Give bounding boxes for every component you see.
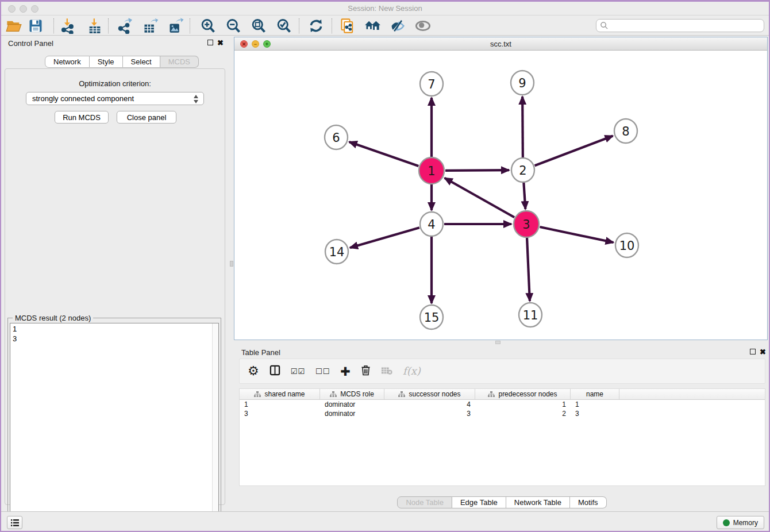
table-header-row: shared nameMCDS rolesuccessor nodesprede… bbox=[240, 389, 765, 400]
edge-2-9[interactable] bbox=[522, 97, 523, 157]
edge-4-14[interactable] bbox=[350, 228, 419, 248]
delete-table-icon[interactable] bbox=[381, 366, 392, 377]
edge-3-1[interactable] bbox=[445, 178, 514, 217]
open-session-button[interactable] bbox=[6, 18, 22, 34]
close-panel-icon[interactable]: ✖ bbox=[217, 38, 224, 47]
graph-node-label: 14 bbox=[329, 245, 345, 259]
graph-node-label: 3 bbox=[522, 218, 530, 232]
hierarchy-icon bbox=[330, 391, 337, 398]
home-button[interactable] bbox=[364, 18, 380, 34]
edge-1-6[interactable] bbox=[349, 142, 419, 166]
column-header-predecessor-nodes[interactable]: predecessor nodes bbox=[475, 389, 571, 399]
task-history-button[interactable] bbox=[7, 516, 22, 529]
close-panel-button[interactable]: Close panel bbox=[117, 111, 176, 124]
table-row[interactable]: 3dominator323 bbox=[240, 409, 765, 418]
tab-style[interactable]: Style bbox=[90, 56, 123, 68]
hide-panel-button[interactable] bbox=[390, 18, 406, 34]
tab-motifs[interactable]: Motifs bbox=[570, 496, 607, 508]
control-panel: Control Panel ✖ Network Style Select MCD… bbox=[0, 36, 230, 508]
add-icon[interactable]: ✚ bbox=[340, 365, 351, 377]
column-header-shared-name[interactable]: shared name bbox=[240, 389, 320, 399]
zoom-out-button[interactable] bbox=[225, 18, 241, 34]
table-row[interactable]: 1dominator411 bbox=[240, 400, 765, 409]
horizontal-splitter[interactable] bbox=[234, 340, 770, 345]
close-panel-icon[interactable]: ✖ bbox=[760, 348, 766, 356]
table-tabs: Node Table Edge Table Network Table Moti… bbox=[234, 496, 770, 508]
column-header-MCDS-role[interactable]: MCDS role bbox=[320, 389, 384, 399]
export-table-button[interactable] bbox=[143, 18, 159, 34]
splitter-grip[interactable] bbox=[495, 341, 500, 344]
app-titlebar: Session: New Session bbox=[0, 0, 770, 16]
mcds-result-scrollbar[interactable] bbox=[212, 323, 218, 532]
run-mcds-button[interactable]: Run MCDS bbox=[55, 111, 109, 124]
tab-mcds[interactable]: MCDS bbox=[160, 56, 199, 68]
mcds-result-text[interactable]: 1 3 bbox=[10, 323, 219, 532]
zoom-selected-button[interactable] bbox=[276, 18, 292, 34]
vertical-splitter[interactable] bbox=[230, 36, 234, 508]
graph-node-label: 4 bbox=[428, 218, 435, 232]
float-panel-icon[interactable] bbox=[207, 40, 213, 45]
network-graph[interactable]: 7968124314101511 bbox=[234, 51, 767, 340]
zoom-fit-button[interactable] bbox=[251, 18, 267, 34]
toolbar-separator bbox=[53, 18, 54, 33]
graph-node-label: 15 bbox=[424, 311, 440, 325]
cell-mcds_role: dominator bbox=[320, 409, 384, 418]
gear-icon[interactable]: ⚙ bbox=[248, 365, 259, 377]
column-header-name[interactable]: name bbox=[571, 389, 619, 399]
edge-3-11[interactable] bbox=[527, 238, 530, 301]
graph-node-label: 11 bbox=[523, 309, 538, 322]
splitter-grip[interactable] bbox=[230, 261, 233, 267]
tab-select[interactable]: Select bbox=[123, 56, 160, 68]
memory-button[interactable]: Memory bbox=[717, 516, 764, 529]
control-panel-header: Control Panel ✖ bbox=[0, 36, 230, 51]
network-canvas[interactable]: 7968124314101511 bbox=[234, 51, 767, 340]
tab-network-table[interactable]: Network Table bbox=[506, 496, 570, 508]
tab-edge-table[interactable]: Edge Table bbox=[452, 496, 506, 508]
select-all-icon[interactable]: ☑☑ bbox=[291, 368, 305, 375]
tab-network[interactable]: Network bbox=[45, 56, 90, 68]
zoom-in-button[interactable] bbox=[200, 18, 216, 34]
deselect-all-icon[interactable]: ☐☐ bbox=[315, 368, 330, 375]
node-table[interactable]: shared nameMCDS rolesuccessor nodesprede… bbox=[239, 388, 765, 486]
table-toolbar: ⚙ ☑☑ ☐☐ ✚ f(x) bbox=[239, 358, 765, 384]
show-panel-button[interactable] bbox=[415, 18, 431, 34]
hide-panel-icon bbox=[390, 18, 406, 34]
export-network-button[interactable] bbox=[117, 18, 133, 34]
memory-label: Memory bbox=[733, 519, 758, 527]
graph-node-label: 10 bbox=[619, 239, 635, 253]
network-view-window: ✕ − + scc.txt 7968124314101511 bbox=[234, 37, 768, 340]
edge-2-8[interactable] bbox=[535, 136, 613, 166]
window-title: Session: New Session bbox=[0, 4, 770, 13]
graph-node-label: 7 bbox=[428, 78, 435, 91]
criterion-select[interactable]: strongly connected component bbox=[26, 92, 204, 105]
edge-2-3[interactable] bbox=[523, 183, 525, 209]
save-session-button[interactable] bbox=[28, 18, 44, 34]
cell-name: 3 bbox=[571, 409, 619, 418]
edge-3-10[interactable] bbox=[540, 227, 613, 242]
float-panel-icon[interactable] bbox=[750, 349, 756, 354]
import-network-button[interactable] bbox=[60, 18, 76, 34]
open-network-file-button[interactable] bbox=[340, 18, 356, 34]
import-network-icon bbox=[60, 18, 76, 34]
export-image-button[interactable] bbox=[168, 18, 184, 34]
network-window-titlebar[interactable]: ✕ − + scc.txt bbox=[234, 37, 767, 51]
column-header-successor-nodes[interactable]: successor nodes bbox=[384, 389, 475, 399]
cell-predecessor_nodes: 1 bbox=[475, 400, 571, 409]
hierarchy-icon bbox=[398, 391, 405, 398]
optimization-criterion-label: Optimization criterion: bbox=[5, 79, 225, 88]
import-table-button[interactable] bbox=[87, 18, 103, 34]
function-icon[interactable]: f(x) bbox=[403, 366, 421, 376]
cell-predecessor_nodes: 2 bbox=[475, 409, 571, 418]
toolbar-separator bbox=[299, 18, 299, 33]
save-session-icon bbox=[28, 18, 44, 34]
graph-node-label: 8 bbox=[622, 125, 629, 138]
tab-node-table[interactable]: Node Table bbox=[397, 496, 452, 508]
graph-node-label: 9 bbox=[518, 76, 526, 90]
column-icon[interactable] bbox=[270, 365, 280, 377]
edge-1-2[interactable] bbox=[445, 170, 509, 171]
refresh-layout-button[interactable] bbox=[308, 18, 324, 34]
delete-icon[interactable] bbox=[361, 365, 371, 377]
mcds-panel: Optimization criterion: strongly connect… bbox=[5, 68, 225, 505]
list-icon bbox=[10, 519, 20, 527]
search-input[interactable] bbox=[596, 19, 764, 32]
